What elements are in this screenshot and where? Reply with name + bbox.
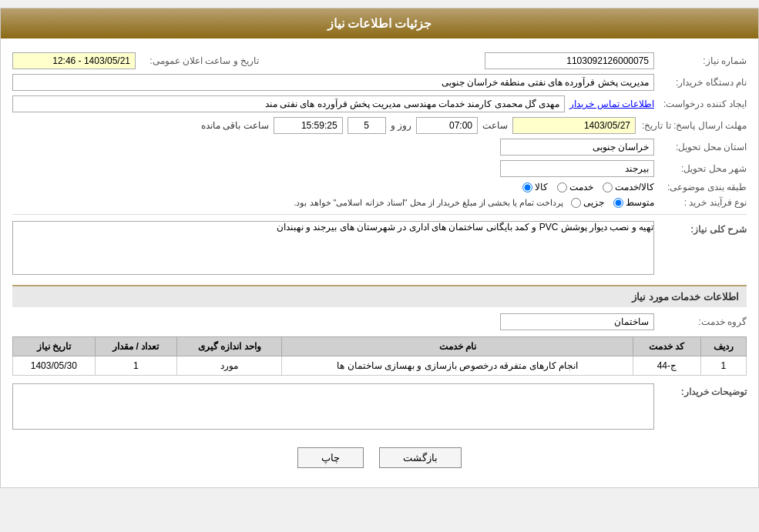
shomara-row: شماره نیاز: تاریخ و ساعت اعلان عمومی: [12, 52, 747, 69]
nooe-jozii-radio[interactable] [571, 198, 581, 208]
ostan-value-cell [12, 139, 654, 156]
tabaqe-radio-group: کالا/خدمت خدمت کالا [12, 182, 654, 192]
ijad-link[interactable]: اطلاعات تماس خریدار [569, 99, 654, 109]
page-title: جزئیات اطلاعات نیاز [327, 17, 432, 30]
tarikh-input[interactable] [12, 52, 136, 69]
tozihat-label: توضیحات خریدار: [654, 383, 747, 397]
content-area: شماره نیاز: تاریخ و ساعت اعلان عمومی: نا… [1, 38, 758, 487]
ostan-input[interactable] [500, 139, 654, 156]
shomara-value-cell [259, 52, 654, 69]
nooe-radio-group: متوسط جزیی [571, 197, 654, 208]
cell-date: 1403/05/30 [13, 356, 96, 376]
tabaqe-khidmat[interactable]: خدمت [557, 182, 593, 192]
tabaqe-kala-khidmat[interactable]: کالا/خدمت [603, 182, 654, 192]
tabaqe-label: طبقه بندی موضوعی: [654, 182, 747, 192]
nam-dastgah-value-cell [12, 74, 654, 91]
sharh-value-cell [12, 221, 654, 277]
nam-dastgah-label: نام دستگاه خریدار: [654, 77, 747, 88]
mohlat-countdown-input[interactable] [274, 117, 343, 134]
gorooh-input[interactable] [500, 313, 654, 330]
nooe-motavasset[interactable]: متوسط [613, 197, 654, 208]
cell-code: ج-44 [633, 356, 701, 376]
mohlat-value-cell: ساعت روز و ساعت باقی مانده [12, 117, 636, 134]
nooe-motavasset-radio[interactable] [613, 198, 623, 208]
shahr-label: شهر محل تحویل: [654, 163, 747, 174]
sharh-textarea[interactable] [12, 221, 654, 275]
mohlat-row: مهلت ارسال پاسخ: تا تاریخ: ساعت روز و سا… [12, 117, 747, 134]
col-name: نام خدمت [282, 337, 633, 356]
tabaqe-khidmat-label: خدمت [569, 182, 593, 192]
mohlat-date-input[interactable] [512, 117, 636, 134]
gorooh-value-cell [12, 313, 654, 330]
table-head: ردیف کد خدمت نام خدمت واحد اندازه گیری ت… [13, 337, 747, 356]
mohlat-rooz-input[interactable] [348, 117, 386, 134]
cell-quantity: 1 [95, 356, 176, 376]
table-body: 1ج-44انجام کارهای متفرقه درخصوص بازسازی … [13, 356, 747, 376]
ijad-input[interactable] [12, 95, 565, 112]
print-button[interactable]: چاپ [297, 447, 364, 468]
cell-name: انجام کارهای متفرقه درخصوص بازسازی و بهس… [282, 356, 633, 376]
ostan-row: استان محل تحویل: [12, 139, 747, 156]
tabaqe-row: طبقه بندی موضوعی: کالا/خدمت خدمت کالا [12, 182, 747, 192]
tozihat-value-cell [12, 383, 654, 432]
page-header: جزئیات اطلاعات نیاز [1, 8, 758, 38]
shahr-input[interactable] [500, 160, 654, 177]
tabaqe-kala-khidmat-radio[interactable] [603, 182, 613, 192]
tozihat-row: توضیحات خریدار: [12, 383, 747, 432]
shomara-label: شماره نیاز: [654, 55, 747, 66]
nooe-motavasset-label: متوسط [626, 197, 654, 208]
sharh-row: شرح کلی نیاز: [12, 221, 747, 277]
mohlat-time-input[interactable] [416, 117, 478, 134]
ijad-row: ایجاد کننده درخواست: اطلاعات تماس خریدار [12, 95, 747, 112]
services-table: ردیف کد خدمت نام خدمت واحد اندازه گیری ت… [12, 336, 747, 376]
nooe-note: پرداخت تمام یا بخشی از مبلغ خریدار از مح… [294, 198, 563, 208]
tabaqe-kala-khidmat-label: کالا/خدمت [615, 182, 654, 192]
tabaqe-options-cell: کالا/خدمت خدمت کالا [12, 182, 654, 192]
col-unit: واحد اندازه گیری [177, 337, 282, 356]
tabaqe-khidmat-radio[interactable] [557, 182, 567, 192]
bottom-buttons: بازگشت چاپ [12, 447, 747, 468]
ijad-value-cell: اطلاعات تماس خریدار [12, 95, 654, 112]
tabaqe-kala[interactable]: کالا [522, 182, 548, 192]
tarikh-label: تاریخ و ساعت اعلان عمومی: [136, 55, 259, 66]
tabaqe-kala-label: کالا [535, 182, 548, 192]
khadamat-section-title: اطلاعات خدمات مورد نیاز [12, 285, 747, 307]
mohlat-rooz-label: روز و [391, 120, 411, 131]
nooe-jozii-label: جزیی [583, 197, 604, 208]
shomara-input[interactable] [485, 52, 654, 69]
nam-dastgah-row: نام دستگاه خریدار: [12, 74, 747, 91]
gorooh-label: گروه خدمت: [654, 316, 747, 327]
gorooh-row: گروه خدمت: [12, 313, 747, 330]
shahr-row: شهر محل تحویل: [12, 160, 747, 177]
col-quantity: تعداد / مقدار [95, 337, 176, 356]
mohlat-saat-baqui-label: ساعت باقی مانده [201, 120, 269, 131]
page-wrapper: جزئیات اطلاعات نیاز شماره نیاز: تاریخ و … [0, 8, 759, 488]
col-code: کد خدمت [633, 337, 701, 356]
nooe-jozii[interactable]: جزیی [571, 197, 604, 208]
tozihat-textarea[interactable] [12, 383, 654, 430]
nooe-row: نوع فرآیند خرید : متوسط جزیی پرداخت تمام… [12, 197, 747, 208]
mohlat-saat-label: ساعت [482, 120, 508, 131]
cell-unit: مورد [177, 356, 282, 376]
tabaqe-kala-radio[interactable] [522, 182, 532, 192]
back-button[interactable]: بازگشت [379, 447, 462, 468]
nooe-label: نوع فرآیند خرید : [654, 197, 747, 208]
separator-1 [12, 214, 747, 215]
mohlat-label: مهلت ارسال پاسخ: تا تاریخ: [636, 120, 747, 131]
col-date: تاریخ نیاز [13, 337, 96, 356]
col-radif: ردیف [700, 337, 746, 356]
cell-radif: 1 [700, 356, 746, 376]
nooe-value-cell: متوسط جزیی پرداخت تمام یا بخشی از مبلغ خ… [12, 197, 654, 208]
shahr-value-cell [12, 160, 654, 177]
nam-dastgah-input[interactable] [12, 74, 654, 91]
tarikh-value-cell [12, 52, 136, 69]
sharh-label: شرح کلی نیاز: [654, 221, 747, 235]
table-header-row: ردیف کد خدمت نام خدمت واحد اندازه گیری ت… [13, 337, 747, 356]
ijad-label: ایجاد کننده درخواست: [654, 99, 747, 109]
ostan-label: استان محل تحویل: [654, 142, 747, 152]
table-row: 1ج-44انجام کارهای متفرقه درخصوص بازسازی … [13, 356, 747, 376]
